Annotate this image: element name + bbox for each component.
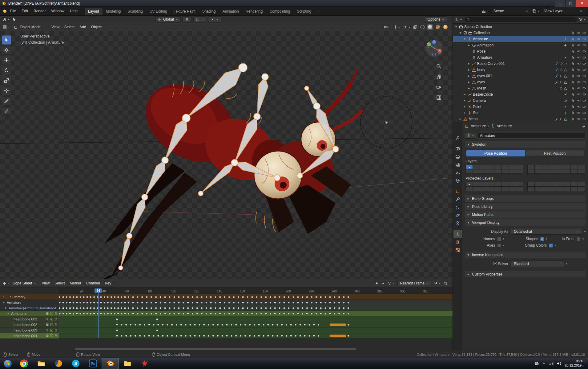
layer-toggle[interactable] (487, 169, 494, 173)
outliner-row-eyes-001[interactable]: ►eyes.001 (453, 73, 588, 79)
taskbar-clock[interactable]: 08:16 20.12.2019 г. (565, 359, 584, 368)
viewport-menu-add[interactable]: Add (77, 24, 88, 30)
layer-toggle[interactable] (501, 187, 508, 191)
view-layer-selector[interactable]: View Layer✕ (542, 8, 585, 14)
layer-toggle[interactable] (556, 165, 563, 169)
copy-keys-icon[interactable] (444, 281, 448, 285)
ds-menu-marker[interactable]: Marker (67, 280, 84, 286)
eye-icon[interactable] (577, 93, 581, 96)
close-button[interactable]: ✕ (576, 0, 588, 7)
layer-toggle[interactable] (494, 169, 501, 173)
rest-position-button[interactable]: Rest Position (525, 150, 584, 157)
cursor-icon[interactable] (571, 31, 575, 35)
layer-toggle[interactable] (494, 187, 501, 191)
layer-toggle[interactable] (473, 165, 480, 169)
eye-icon[interactable] (577, 74, 581, 78)
panel-inverse-kinematics[interactable]: ▼Inverse Kinematics (465, 252, 586, 258)
cursor-icon[interactable] (571, 56, 575, 59)
layer-toggle[interactable] (473, 182, 480, 186)
layer-toggle[interactable] (487, 187, 494, 191)
layer-toggle[interactable] (542, 169, 549, 173)
tab-layout[interactable]: Layout (85, 8, 103, 15)
layer-toggle[interactable] (563, 187, 570, 191)
layer-toggle[interactable] (563, 182, 570, 186)
checkbox-group-colors[interactable]: ✓ (549, 244, 553, 248)
layer-toggle[interactable] (509, 165, 516, 169)
breadcrumb-object[interactable]: Armature (471, 124, 486, 128)
cursor-icon[interactable] (571, 111, 575, 115)
tool-scale[interactable] (2, 76, 11, 85)
cursor-icon[interactable] (571, 86, 575, 90)
pin-icon[interactable] (582, 125, 586, 128)
layer-toggle[interactable] (528, 182, 534, 186)
channel-head-bone-002[interactable]: head bone.002 (0, 322, 59, 327)
layer-toggle[interactable] (480, 165, 487, 169)
properties-tab-texture[interactable] (453, 246, 462, 254)
layer-toggle[interactable] (509, 182, 516, 186)
layer-toggle[interactable] (571, 187, 578, 191)
camera-icon[interactable] (582, 74, 586, 78)
ds-mode-dropdown[interactable]: Dope Sheet (11, 281, 38, 285)
cursor-icon[interactable] (571, 117, 575, 121)
panel-custom-properties[interactable]: ►Custom Properties (465, 271, 586, 277)
layer-toggle[interactable] (528, 165, 534, 169)
properties-tab-tool[interactable] (453, 134, 462, 142)
layer-toggle[interactable] (480, 182, 487, 186)
eye-icon[interactable] (577, 68, 581, 72)
zoom-tool-icon[interactable] (435, 62, 442, 70)
overlays-dropdown[interactable] (403, 25, 411, 29)
tool-move[interactable] (2, 56, 11, 65)
ortho-toggle-icon[interactable] (435, 94, 442, 101)
visibility-dropdown[interactable] (384, 25, 391, 29)
outliner-row-mesh[interactable]: ►Mesh (453, 85, 588, 91)
editor-tools-icon[interactable] (2, 17, 10, 22)
layer-toggle[interactable] (501, 165, 508, 169)
layer-toggle[interactable] (516, 182, 523, 186)
menu-render[interactable]: Render (31, 8, 48, 14)
properties-tab-object[interactable] (453, 187, 462, 195)
outliner-row-armature[interactable]: Armature (453, 54, 588, 61)
taskbar-folder[interactable] (119, 358, 136, 369)
tab-modeling[interactable]: Modeling (103, 8, 124, 15)
layer-toggle[interactable] (535, 187, 542, 191)
tool-annotate[interactable] (2, 96, 11, 105)
shading-rendered-button[interactable] (443, 24, 448, 30)
scene-selector[interactable]: Scene✕ (491, 8, 530, 14)
camera-icon[interactable] (582, 99, 586, 102)
cursor-icon[interactable] (571, 62, 575, 65)
layer-toggle[interactable] (466, 187, 473, 191)
panel-motion-paths[interactable]: ►Motion Paths (465, 211, 586, 218)
outliner-row-eyes[interactable]: ►eyes (453, 79, 588, 85)
layer-toggle[interactable] (556, 187, 563, 191)
menu-window[interactable]: Window (48, 8, 67, 14)
xray-toggle[interactable] (413, 25, 417, 29)
outliner-row-animation[interactable]: ►Animation (453, 42, 588, 48)
layer-toggle[interactable] (542, 187, 549, 191)
camera-icon[interactable] (582, 93, 586, 96)
eye-icon[interactable] (577, 105, 581, 109)
cursor-icon[interactable] (571, 43, 575, 47)
ik-solver-dropdown[interactable]: Standard (511, 260, 564, 267)
taskbar-start[interactable] (0, 358, 15, 369)
eye-icon[interactable] (577, 111, 581, 115)
proportional-toggle[interactable] (434, 281, 441, 285)
menu-edit[interactable]: Edit (19, 8, 31, 14)
outliner-row-beziercurve-001[interactable]: ►BezierCurve.001 (453, 61, 588, 67)
gizmos-dropdown[interactable] (393, 25, 401, 29)
id-browse-dropdown[interactable] (465, 132, 476, 139)
taskbar-photoshop[interactable]: Ps (84, 358, 102, 369)
mode-dropdown[interactable]: Object Mode (11, 25, 48, 29)
transform-orientation-dropdown[interactable]: Global (155, 16, 181, 22)
channel-head-bone-004[interactable]: head bone.004 (0, 333, 59, 339)
taskbar-explorer[interactable] (33, 358, 50, 369)
layer-toggle[interactable] (556, 169, 563, 173)
tab-animation[interactable]: Animation (219, 8, 242, 15)
outliner-search-input[interactable] (464, 17, 577, 22)
cursor-icon[interactable] (571, 105, 575, 109)
outliner-row-body[interactable]: ►body (453, 67, 588, 73)
outliner-row-pose[interactable]: Pose (453, 48, 588, 54)
layer-toggle[interactable] (480, 169, 487, 173)
layer-toggle[interactable] (578, 169, 585, 173)
viewport-menu-view[interactable]: View (49, 24, 62, 30)
checkbox-axes[interactable] (497, 244, 501, 248)
